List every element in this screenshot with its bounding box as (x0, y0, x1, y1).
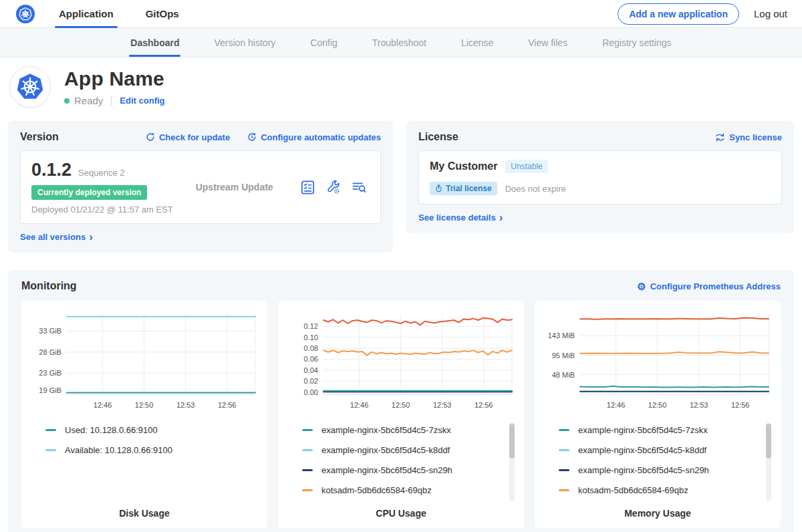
trial-license-label: Trial license (446, 184, 492, 193)
svg-text:143 MiB: 143 MiB (548, 331, 575, 340)
tab-troubleshoot[interactable]: Troubleshoot (372, 28, 426, 57)
chevron-right-icon: › (89, 233, 93, 241)
version-heading: Version (20, 131, 59, 143)
tab-version-history[interactable]: Version history (214, 28, 275, 57)
legend-label: example-nginx-5bc6f5d4c5-k8ddf (321, 445, 450, 455)
svg-text:12:56: 12:56 (218, 401, 237, 409)
check-for-update-link[interactable]: Check for update (146, 132, 230, 142)
cpu-usage-chart-card: 0.000.020.040.060.080.100.1212:4612:5012… (278, 301, 524, 528)
see-all-versions-label: See all versions (20, 232, 86, 242)
logout-button[interactable]: Log out (754, 8, 787, 19)
license-card: License Sync license My (406, 121, 794, 233)
legend-dash-icon (302, 489, 313, 491)
svg-text:0.10: 0.10 (304, 334, 318, 342)
app-sub-nav: Dashboard Version history Config Trouble… (0, 28, 802, 57)
license-heading: License (418, 131, 458, 143)
legend-scrollbar[interactable] (509, 422, 515, 501)
disk-usage-plot: 19 GiB23 GiB28 GiB33 GiB12:4612:5012:531… (28, 309, 261, 414)
legend-label: example-nginx-5bc6f5d4c5-7zskx (578, 425, 708, 435)
legend-item: kotsadm-5db6dc6584-69qbz (559, 485, 758, 495)
svg-text:12:50: 12:50 (392, 401, 410, 409)
chevron-right-icon: › (499, 213, 503, 222)
stopwatch-icon (435, 184, 442, 192)
tab-license[interactable]: License (461, 28, 493, 57)
tab-view-files[interactable]: View files (528, 28, 567, 57)
deployed-timestamp: Deployed 01/21/22 @ 11:57 am EST (31, 205, 173, 215)
memory-usage-chart-card: 48 MiB95 MiB143 MiB12:4612:5012:5312:56 … (535, 301, 781, 528)
kubernetes-logo-icon (16, 5, 35, 23)
disk-usage-legend: Used: 10.128.0.66:9100Available: 10.128.… (45, 425, 262, 503)
add-new-application-button[interactable]: Add a new application (618, 3, 739, 25)
svg-text:12:53: 12:53 (433, 401, 452, 409)
legend-scrollbar[interactable] (766, 422, 771, 501)
svg-text:19 GiB: 19 GiB (39, 386, 61, 394)
legend-dash-icon (559, 449, 569, 451)
version-number: 0.1.2 (31, 160, 72, 180)
kubernetes-helm-icon (18, 7, 33, 21)
version-source-label: Upstream Update (173, 182, 300, 192)
charts-row: 19 GiB23 GiB28 GiB33 GiB12:4612:5012:531… (21, 301, 781, 528)
svg-text:0.08: 0.08 (304, 344, 318, 352)
svg-text:33 GiB: 33 GiB (39, 327, 61, 335)
chart-title: Disk Usage (27, 508, 262, 519)
edit-config-link[interactable]: Edit config (120, 96, 164, 106)
monitoring-section: Monitoring ⚙ Configure Prometheus Addres… (8, 270, 794, 532)
tab-registry-settings[interactable]: Registry settings (602, 28, 671, 57)
svg-text:0.12: 0.12 (304, 322, 318, 330)
svg-text:0.02: 0.02 (304, 377, 318, 385)
see-license-details-label: See license details (418, 213, 496, 223)
kubernetes-logo-icon (15, 72, 45, 102)
preflight-checks-icon[interactable] (300, 180, 315, 195)
legend-dash-icon (302, 449, 313, 451)
app-header: App Name Ready Edit config (0, 57, 802, 116)
status-badge: Ready (74, 95, 103, 106)
cpu-usage-plot: 0.000.020.040.060.080.100.1212:4612:5012… (285, 309, 517, 414)
legend-label: example-nginx-5bc6f5d4c5-sn29h (578, 465, 709, 475)
legend-dash-icon (559, 489, 569, 491)
check-for-update-label: Check for update (159, 132, 230, 142)
legend-label: example-nginx-5bc6f5d4c5-k8ddf (578, 445, 706, 455)
legend-label: kotsadm-5db6dc6584-69qbz (321, 485, 432, 495)
legend-dash-icon (45, 449, 56, 451)
legend-label: Available: 10.128.0.66:9100 (65, 445, 172, 455)
sync-arrows-icon (715, 133, 725, 142)
top-nav: Application GitOps Add a new application… (0, 0, 802, 28)
see-license-details-link[interactable]: See license details › (418, 213, 503, 223)
license-expiry-text: Does not expire (505, 184, 566, 194)
status-dot-icon (64, 98, 70, 104)
sync-license-link[interactable]: Sync license (715, 132, 782, 142)
disk-usage-chart-card: 19 GiB23 GiB28 GiB33 GiB12:4612:5012:531… (21, 301, 267, 528)
svg-text:28 GiB: 28 GiB (39, 348, 61, 356)
configure-automatic-updates-label: Configure automatic updates (261, 132, 381, 142)
configure-prometheus-link[interactable]: ⚙ Configure Prometheus Address (637, 281, 781, 291)
see-all-versions-link[interactable]: See all versions › (20, 232, 93, 242)
view-diff-icon[interactable] (351, 180, 367, 195)
svg-text:12:46: 12:46 (94, 401, 112, 409)
legend-item: example-nginx-5bc6f5d4c5-7zskx (302, 425, 501, 435)
legend-item: example-nginx-5bc6f5d4c5-k8ddf (559, 445, 758, 455)
legend-item: Available: 10.128.0.66:9100 (45, 445, 245, 455)
current-version-row: 0.1.2 Sequence 2 Currently deployed vers… (20, 150, 381, 224)
svg-text:12:56: 12:56 (731, 401, 750, 409)
tab-gitops[interactable]: GitOps (144, 0, 180, 28)
legend-label: example-nginx-5bc6f5d4c5-7zskx (321, 425, 451, 435)
tab-config[interactable]: Config (310, 28, 337, 57)
svg-text:95 MiB: 95 MiB (552, 352, 575, 360)
license-details-row: My Customer Unstable Trial license Doe (418, 150, 782, 205)
cpu-usage-legend: example-nginx-5bc6f5d4c5-7zskxexample-ng… (302, 425, 519, 503)
configure-automatic-updates-link[interactable]: Configure automatic updates (247, 132, 381, 142)
legend-item: Used: 10.128.0.66:9100 (45, 425, 245, 435)
legend-label: Used: 10.128.0.66:9100 (65, 425, 158, 435)
chart-title: Memory Usage (540, 508, 775, 519)
edit-config-values-icon[interactable] (325, 180, 341, 195)
trial-license-badge: Trial license (430, 182, 497, 195)
tab-application[interactable]: Application (57, 0, 115, 28)
svg-text:12:46: 12:46 (350, 401, 369, 409)
tab-dashboard[interactable]: Dashboard (130, 28, 179, 57)
refresh-icon (146, 132, 155, 142)
legend-item: example-nginx-5bc6f5d4c5-sn29h (559, 465, 758, 475)
svg-text:12:46: 12:46 (607, 401, 626, 409)
legend-label: example-nginx-5bc6f5d4c5-sn29h (321, 465, 452, 475)
svg-text:48 MiB: 48 MiB (552, 371, 575, 379)
legend-item: kotsadm-5db6dc6584-69qbz (302, 485, 501, 495)
